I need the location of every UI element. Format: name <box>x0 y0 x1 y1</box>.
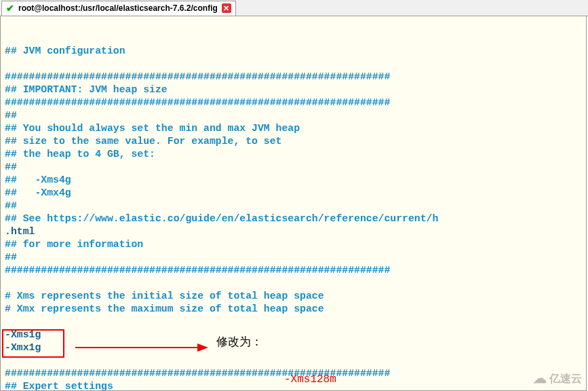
tab-title: root@localhost:/usr/local/elasticsearch-… <box>18 3 218 13</box>
watermark-text: 亿速云 <box>549 372 582 385</box>
tab-bar: ✔ root@localhost:/usr/local/elasticsearc… <box>0 0 588 16</box>
code-line: ## See https://www.elastic.co/guide/en/e… <box>5 212 582 225</box>
code-line: ## the heap to 4 GB, set: <box>5 148 582 161</box>
arrow-icon <box>75 341 211 354</box>
check-icon: ✔ <box>6 3 14 14</box>
watermark: ☁ 亿速云 <box>533 372 582 385</box>
code-line: ## <box>5 161 582 174</box>
code-line: ## <box>5 200 582 212</box>
annotation-values: -Xms128m -Xmx128m <box>284 335 336 391</box>
close-icon[interactable]: ✕ <box>222 3 231 13</box>
code-line: ## -Xmx4g <box>5 187 582 200</box>
code-line: ## JVM configuration <box>5 45 582 58</box>
code-line <box>5 277 582 290</box>
code-line: ## You should always set the min and max… <box>5 122 582 135</box>
code-line <box>5 316 582 329</box>
code-line: ## IMPORTANT: JVM heap size <box>5 83 582 96</box>
code-line: # Xms represents the initial size of tot… <box>5 290 582 303</box>
code-line: ## for more information <box>5 238 582 251</box>
new-xms: -Xms128m <box>284 371 336 388</box>
code-line: ## <box>5 251 582 264</box>
svg-marker-1 <box>197 343 208 352</box>
highlight-box <box>2 329 64 358</box>
code-line: .html <box>5 225 582 238</box>
code-line: ## size to the same value. For example, … <box>5 135 582 148</box>
editor-area[interactable]: ## JVM configuration ###################… <box>0 16 587 391</box>
code-line: ## <box>5 109 582 122</box>
code-line: ########################################… <box>5 71 582 83</box>
code-line: ########################################… <box>5 96 582 109</box>
code-line <box>5 58 582 71</box>
cloud-icon: ☁ <box>533 372 547 385</box>
code-line: ## -Xms4g <box>5 174 582 187</box>
code-line: # Xmx represents the maximum size of tot… <box>5 303 582 316</box>
annotation-label: 修改为： <box>216 335 262 348</box>
code-line: ########################################… <box>5 264 582 277</box>
tab-active[interactable]: ✔ root@localhost:/usr/local/elasticsearc… <box>1 1 236 16</box>
